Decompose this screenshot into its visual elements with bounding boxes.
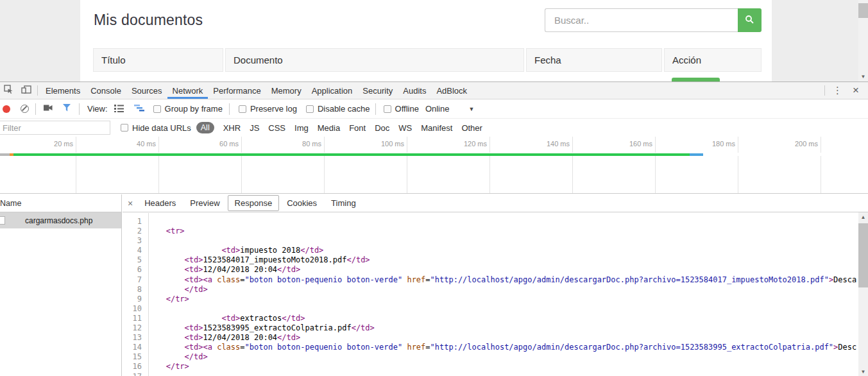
- scroll-up-icon[interactable]: ▲: [858, 215, 868, 220]
- tab-label: Audits: [403, 86, 426, 96]
- response-source-view[interactable]: 12 <tr>34 <td>impuesto 2018</td>5 <td>15…: [123, 213, 858, 376]
- scroll-down-icon[interactable]: ▼: [858, 74, 868, 80]
- line-number: 6: [123, 265, 148, 275]
- filter-type-xhr[interactable]: XHR: [223, 123, 241, 133]
- devtools-tab-sources[interactable]: Sources: [126, 82, 167, 99]
- line-number: 8: [123, 285, 148, 295]
- code-line: 5 <td>1523584017_impuestoMoto2018.pdf</t…: [123, 255, 858, 265]
- checkbox-offline[interactable]: [384, 105, 391, 113]
- separator: [375, 103, 376, 115]
- code-line: 15 </td>: [123, 352, 858, 362]
- tab-label: Application: [312, 86, 353, 96]
- clear-button[interactable]: [21, 105, 29, 113]
- tab-label: Memory: [271, 86, 302, 96]
- code-text: <td>impuesto 2018</td>: [148, 246, 323, 255]
- request-row-selected[interactable]: cargarmasdocs.php: [0, 212, 121, 228]
- chevron-down-icon[interactable]: ▼: [468, 106, 474, 112]
- ruler-gridline: [738, 156, 738, 193]
- waterfall-view-button[interactable]: [134, 104, 144, 114]
- scroll-down-icon[interactable]: ▼: [858, 370, 868, 375]
- page-scrollbar[interactable]: ▼: [858, 0, 868, 81]
- checkbox-preserve-log[interactable]: [239, 105, 246, 113]
- close-detail-button[interactable]: ×: [128, 198, 133, 209]
- filter-type-img[interactable]: Img: [294, 123, 309, 133]
- filter-type-all[interactable]: All: [196, 122, 214, 133]
- devtools-tab-memory[interactable]: Memory: [266, 82, 307, 99]
- ruler-gridline: [76, 156, 76, 193]
- ruler-gridline: [324, 156, 325, 193]
- response-tab-response[interactable]: Response: [228, 195, 280, 211]
- filter-type-doc[interactable]: Doc: [375, 123, 389, 133]
- line-number: 16: [123, 362, 148, 372]
- separator: [229, 103, 230, 115]
- line-number: 9: [123, 295, 148, 304]
- code-text: <td>1523583995_extractoColpatria.pdf</td…: [148, 323, 375, 333]
- tab-label: Console: [90, 86, 121, 96]
- ruler-tick-label: 160 ms: [629, 140, 652, 148]
- filter-type-other[interactable]: Other: [461, 123, 482, 133]
- page-content-card: Mis documentos Título Documento Fecha Ac…: [80, 0, 772, 81]
- tab-label: Performance: [213, 86, 260, 96]
- filter-toggle-button[interactable]: [62, 104, 71, 114]
- devtools-tab-elements[interactable]: Elements: [40, 82, 85, 99]
- devtools-close-button[interactable]: ×: [847, 84, 864, 97]
- search-input[interactable]: [545, 8, 738, 32]
- ruler-gridline: [158, 156, 159, 193]
- filter-type-font[interactable]: Font: [349, 123, 366, 133]
- filter-type-manifest[interactable]: Manifest: [421, 123, 452, 133]
- requests-column-header[interactable]: Name: [0, 194, 121, 212]
- devtools-tab-network[interactable]: Network: [167, 82, 208, 99]
- devtools-tab-adblock[interactable]: AdBlock: [431, 82, 472, 99]
- page-scrollbar-thumb[interactable]: [858, 3, 868, 18]
- code-line: 17: [123, 372, 858, 376]
- filter-type-js[interactable]: JS: [250, 123, 259, 133]
- tab-label: Security: [362, 86, 393, 96]
- document-icon: [0, 216, 5, 225]
- search-button[interactable]: [738, 8, 762, 32]
- inspect-element-button[interactable]: [0, 82, 17, 99]
- camera-icon: [44, 104, 53, 114]
- ruler-tick-label: 40 ms: [137, 140, 156, 148]
- device-toolbar-button[interactable]: [17, 82, 35, 99]
- filter-type-css[interactable]: CSS: [268, 123, 285, 133]
- response-tab-preview[interactable]: Preview: [183, 196, 226, 210]
- response-tab-cookies[interactable]: Cookies: [280, 196, 323, 210]
- code-text: <td>1523584017_impuestoMoto2018.pdf</td>: [148, 255, 370, 265]
- ruler-tick-label: 60 ms: [219, 140, 239, 148]
- throttling-select[interactable]: Online: [425, 104, 450, 114]
- checkbox-hide-data-urls[interactable]: [121, 124, 128, 132]
- active-tab-underline: [167, 97, 208, 99]
- checkbox-disable-cache[interactable]: [306, 105, 314, 113]
- record-button[interactable]: [3, 105, 10, 113]
- view-list-button[interactable]: [114, 104, 124, 114]
- devtools-tab-audits[interactable]: Audits: [398, 82, 431, 99]
- devtools-menu-button[interactable]: ⋮: [828, 85, 847, 96]
- code-text: </tr>: [148, 362, 189, 372]
- capture-screenshots-button[interactable]: [44, 104, 53, 114]
- preserve-log-label: Preserve log: [250, 104, 297, 114]
- devtools-tab-security[interactable]: Security: [357, 82, 398, 99]
- code-line: 4 <td>impuesto 2018</td>: [123, 246, 858, 255]
- code-line: 7 <td><a class="boton boton-pequenio bot…: [123, 275, 858, 285]
- code-line: 2 <tr>: [123, 226, 858, 236]
- devtools-tab-performance[interactable]: Performance: [208, 82, 266, 99]
- checkbox-group-by-frame[interactable]: [153, 105, 161, 113]
- devtools-tab-console[interactable]: Console: [85, 82, 126, 99]
- browser-page: Mis documentos Título Documento Fecha Ac…: [0, 0, 868, 81]
- network-filter-input[interactable]: [0, 121, 110, 135]
- response-scrollbar[interactable]: ▲ ▼: [858, 212, 868, 376]
- network-overview[interactable]: [0, 156, 868, 194]
- response-scrollbar-thumb[interactable]: [858, 223, 868, 287]
- code-line: 16 </tr>: [123, 362, 858, 372]
- response-tab-timing[interactable]: Timing: [325, 196, 362, 210]
- line-number: 3: [123, 236, 148, 246]
- code-line: 9 </tr>: [123, 295, 858, 304]
- filter-type-media[interactable]: Media: [318, 123, 340, 133]
- response-tab-headers[interactable]: Headers: [138, 196, 182, 210]
- separator: [37, 85, 38, 96]
- requests-panel: Name cargarmasdocs.php: [0, 194, 122, 376]
- devtools-tab-application[interactable]: Application: [307, 82, 358, 99]
- code-text: </tr>: [148, 295, 189, 304]
- ruler-tick-label: 80 ms: [302, 140, 321, 148]
- filter-type-ws[interactable]: WS: [398, 123, 412, 133]
